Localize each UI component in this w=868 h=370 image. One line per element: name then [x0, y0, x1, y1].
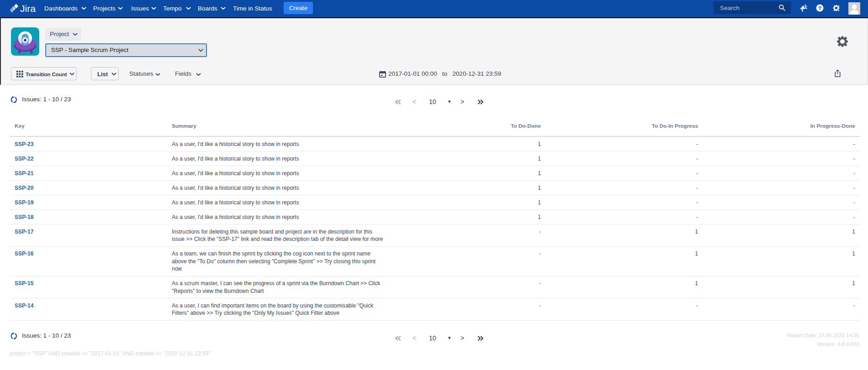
svg-text:?: ?: [818, 5, 821, 11]
